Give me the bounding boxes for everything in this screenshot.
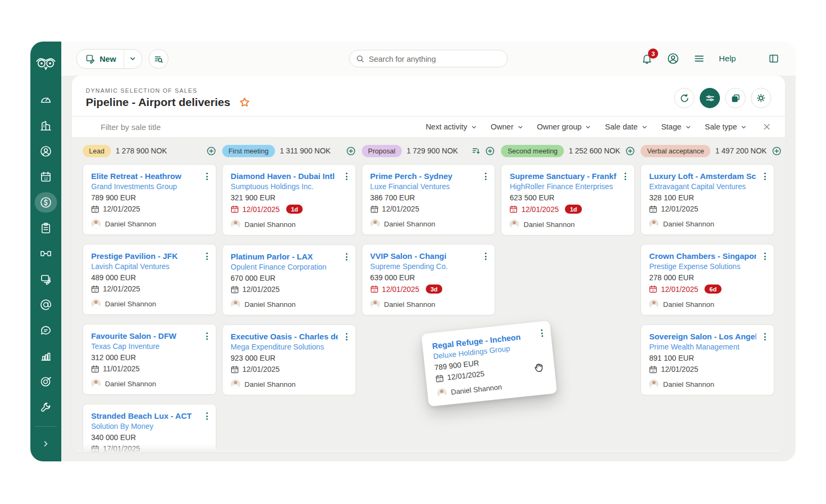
settings-button[interactable] — [751, 88, 771, 108]
card-title[interactable]: Favourite Salon - DFW — [91, 331, 198, 340]
filter-title-input[interactable]: Filter by sale title — [101, 123, 161, 132]
add-sale-icon[interactable] — [772, 146, 782, 156]
stage-pill: Lead — [83, 145, 111, 157]
help-link[interactable]: Help — [719, 54, 736, 63]
card-company[interactable]: Prestige Expense Solutions — [649, 262, 766, 271]
card-title[interactable]: Luxury Loft - Amsterdam Sc... — [649, 172, 756, 181]
sidebar-item-sales[interactable] — [34, 190, 58, 215]
card-title[interactable]: Prestige Pavilion - JFK — [91, 251, 198, 261]
card-company[interactable]: Luxe Financial Ventures — [370, 182, 487, 191]
card-company[interactable]: Supreme Spending Co. — [370, 262, 487, 271]
card-title[interactable]: Elite Retreat - Heathrow — [91, 172, 198, 181]
card-title[interactable]: Stranded Beach Lux - ACT — [91, 411, 198, 420]
sale-card[interactable]: Prestige Pavilion - JFK Lavish Capital V… — [83, 244, 216, 315]
card-company[interactable]: HighRoller Finance Enterprises — [509, 182, 626, 191]
sidebar-item-tickets[interactable] — [34, 241, 58, 266]
sidebar-item-selections[interactable] — [34, 266, 58, 292]
sale-card[interactable]: Diamond Haven - Dubai Intl Sumptuous Hol… — [222, 164, 356, 235]
card-menu-button[interactable] — [763, 171, 767, 182]
add-sale-icon[interactable] — [206, 146, 216, 156]
sale-card[interactable]: VVIP Salon - Changi Supreme Spending Co.… — [362, 244, 496, 315]
card-company[interactable]: Grand Investments Group — [91, 182, 208, 191]
sort-descending-icon[interactable] — [472, 147, 481, 156]
dragged-sale-card[interactable]: Regal Refuge - Incheon Deluxe Holdings G… — [422, 321, 557, 407]
dropdown-sale-date[interactable]: Sale date — [605, 123, 647, 131]
sale-card[interactable]: Crown Chambers - Singapore... Prestige E… — [641, 244, 774, 315]
card-menu-button[interactable] — [205, 171, 209, 182]
sidebar-item-projects[interactable] — [34, 215, 58, 241]
clear-filters-button[interactable] — [763, 123, 771, 131]
sidebar-item-dashboard[interactable] — [34, 87, 58, 113]
card-menu-button[interactable] — [483, 171, 488, 182]
sale-card[interactable]: Stranded Beach Lux - ACT Solution By Mon… — [83, 404, 216, 452]
card-menu-button[interactable] — [763, 331, 767, 342]
card-company[interactable]: Mega Expenditure Solutions — [231, 343, 347, 351]
sidebar-item-admin[interactable] — [34, 394, 58, 420]
sidebar-item-chat[interactable] — [34, 318, 58, 343]
profile-button[interactable] — [667, 52, 679, 65]
card-company[interactable]: Prime Wealth Management — [649, 343, 766, 351]
card-title[interactable]: Diamond Haven - Dubai Intl — [231, 172, 338, 181]
add-sale-icon[interactable] — [485, 146, 495, 156]
sale-card[interactable]: Favourite Salon - DFW Texas Cap Inventur… — [83, 324, 216, 395]
card-company[interactable]: Sumptuous Holdings Inc. — [231, 182, 347, 191]
card-menu-button[interactable] — [205, 411, 209, 421]
card-title[interactable]: Prime Perch - Sydney — [370, 172, 477, 181]
dropdown-next-activity[interactable]: Next activity — [426, 123, 477, 131]
card-title[interactable]: Supreme Sanctuary - Frankfurt... — [509, 172, 617, 181]
sidebar-item-diary[interactable]: 12 — [34, 164, 58, 190]
layout-button[interactable] — [725, 88, 746, 108]
sale-card[interactable]: Prime Perch - Sydney Luxe Financial Vent… — [362, 164, 496, 235]
new-button-caret[interactable] — [124, 50, 142, 68]
card-menu-button[interactable] — [344, 331, 349, 342]
new-button[interactable]: New — [77, 50, 124, 68]
sidebar-item-contacts[interactable] — [34, 139, 58, 164]
card-menu-button[interactable] — [483, 251, 488, 262]
sidebar-item-companies[interactable] — [34, 113, 58, 139]
card-date-row: 12 12/01/2025 — [91, 284, 208, 293]
dropdown-sale-type[interactable]: Sale type — [705, 123, 747, 131]
card-company[interactable]: Opulent Finance Corporation — [231, 263, 347, 271]
dropdown-owner-group[interactable]: Owner group — [537, 123, 592, 131]
menu-button[interactable] — [693, 53, 705, 64]
find-selection-button[interactable] — [149, 49, 168, 69]
sidebar-item-mailings[interactable] — [34, 292, 58, 318]
card-company[interactable]: Solution By Money — [91, 422, 208, 430]
card-title[interactable]: Executive Oasis - Charles de.. — [231, 332, 338, 341]
global-search[interactable] — [349, 50, 508, 68]
card-menu-button[interactable] — [539, 328, 545, 339]
card-menu-button[interactable] — [205, 251, 209, 262]
sale-card[interactable]: Elite Retreat - Heathrow Grand Investmen… — [83, 164, 216, 235]
add-sale-icon[interactable] — [346, 146, 356, 156]
card-company[interactable]: Extravagant Capital Ventures — [649, 182, 766, 191]
card-title[interactable]: VVIP Salon - Changi — [370, 251, 477, 261]
view-settings-button[interactable] — [700, 88, 720, 108]
card-menu-button[interactable] — [623, 171, 628, 182]
sale-card[interactable]: Platinum Parlor - LAX Opulent Finance Co… — [222, 245, 356, 315]
card-menu-button[interactable] — [205, 331, 209, 342]
sale-card[interactable]: Sovereign Salon - Los Angele... Prime We… — [641, 324, 774, 395]
dropdown-owner[interactable]: Owner — [491, 123, 523, 131]
favorite-star-icon[interactable] — [239, 96, 250, 108]
refresh-button[interactable] — [674, 88, 694, 108]
sale-card[interactable]: Luxury Loft - Amsterdam Sc... Extravagan… — [641, 164, 774, 235]
search-input[interactable] — [369, 54, 501, 63]
sidebar-item-reports[interactable] — [34, 343, 58, 369]
card-company[interactable]: Lavish Capital Ventures — [91, 262, 208, 271]
card-menu-button[interactable] — [344, 251, 349, 262]
sidebar-item-targets[interactable] — [34, 369, 58, 394]
card-menu-button[interactable] — [763, 251, 767, 262]
add-sale-icon[interactable] — [625, 146, 635, 156]
card-company[interactable]: Texas Cap Inventure — [91, 342, 208, 351]
pipeline-column: First meeting 1 311 900 NOK Diamond Have… — [222, 144, 356, 452]
sidebar-expand[interactable] — [30, 426, 61, 461]
notifications-button[interactable]: 3 — [641, 53, 653, 64]
card-title[interactable]: Crown Chambers - Singapore... — [649, 251, 756, 261]
dropdown-stage[interactable]: Stage — [661, 123, 691, 131]
card-menu-button[interactable] — [344, 171, 349, 182]
sale-card[interactable]: Executive Oasis - Charles de.. Mega Expe… — [222, 324, 356, 395]
sale-card[interactable]: Supreme Sanctuary - Frankfurt... HighRol… — [501, 164, 635, 235]
card-title[interactable]: Sovereign Salon - Los Angele... — [649, 332, 756, 341]
card-title[interactable]: Platinum Parlor - LAX — [231, 252, 338, 261]
side-panel-toggle-button[interactable] — [768, 53, 780, 64]
